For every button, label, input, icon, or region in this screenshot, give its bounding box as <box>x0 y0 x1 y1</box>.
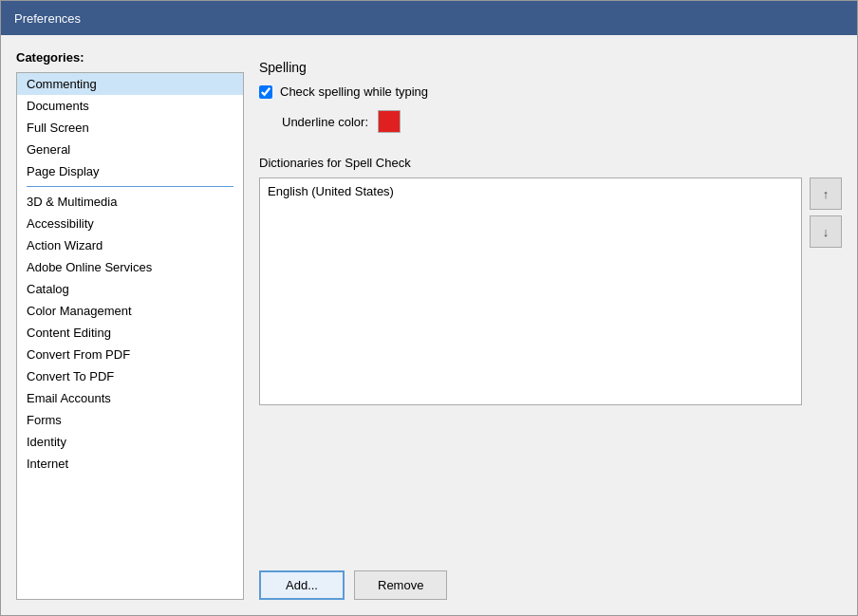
underline-color-label: Underline color: <box>282 115 368 129</box>
sidebar-item-identity[interactable]: Identity <box>17 431 243 453</box>
sidebar-item-content-editing[interactable]: Content Editing <box>17 322 243 344</box>
sidebar-item-catalog[interactable]: Catalog <box>17 278 243 300</box>
dict-item-english-us[interactable]: English (United States) <box>264 182 797 200</box>
sidebar-item-email-accounts[interactable]: Email Accounts <box>17 387 243 409</box>
underline-color-row: Underline color: <box>282 110 842 133</box>
spelling-title: Spelling <box>259 60 842 75</box>
move-down-button[interactable]: ↓ <box>810 215 842 248</box>
dictionaries-title: Dictionaries for Spell Check <box>259 156 842 170</box>
dict-buttons-col: ↑ ↓ <box>810 177 842 561</box>
category-divider <box>27 186 233 187</box>
sidebar-item-3d-multimedia[interactable]: 3D & Multimedia <box>17 191 243 213</box>
check-spelling-row: Check spelling while typing <box>259 84 842 99</box>
check-spelling-checkbox[interactable] <box>259 85 272 99</box>
underline-color-picker[interactable] <box>378 110 401 133</box>
up-arrow-icon: ↑ <box>823 187 830 201</box>
sidebar-item-full-screen[interactable]: Full Screen <box>17 117 243 139</box>
left-panel: Categories: Commenting Documents Full Sc… <box>16 50 244 600</box>
content-area: Categories: Commenting Documents Full Sc… <box>1 35 857 615</box>
titlebar: Preferences <box>1 1 857 35</box>
sidebar-item-accessibility[interactable]: Accessibility <box>17 213 243 234</box>
down-arrow-icon: ↓ <box>823 225 830 239</box>
sidebar-item-forms[interactable]: Forms <box>17 409 243 431</box>
sidebar-item-general[interactable]: General <box>17 139 243 160</box>
sidebar-item-color-management[interactable]: Color Management <box>17 300 243 322</box>
right-panel: Spelling Check spelling while typing Und… <box>259 50 842 600</box>
categories-label: Categories: <box>16 50 244 65</box>
preferences-window: Preferences Categories: Commenting Docum… <box>0 0 858 616</box>
remove-button[interactable]: Remove <box>354 570 447 600</box>
window-title: Preferences <box>14 11 81 26</box>
spelling-section: Spelling Check spelling while typing Und… <box>259 50 842 142</box>
sidebar-item-convert-from-pdf[interactable]: Convert From PDF <box>17 344 243 365</box>
sidebar-item-action-wizard[interactable]: Action Wizard <box>17 234 243 256</box>
sidebar-item-commenting[interactable]: Commenting <box>17 73 243 95</box>
move-up-button[interactable]: ↑ <box>810 177 842 210</box>
check-spelling-label: Check spelling while typing <box>280 84 428 99</box>
add-button[interactable]: Add... <box>259 570 345 600</box>
dictionaries-list[interactable]: English (United States) <box>259 177 802 405</box>
dict-area-row: English (United States) ↑ ↓ <box>259 177 842 561</box>
sidebar-item-internet[interactable]: Internet <box>17 453 243 475</box>
dictionaries-section: Dictionaries for Spell Check English (Un… <box>259 156 842 600</box>
sidebar-item-convert-to-pdf[interactable]: Convert To PDF <box>17 365 243 387</box>
bottom-buttons: Add... Remove <box>259 570 842 600</box>
category-list[interactable]: Commenting Documents Full Screen General… <box>16 72 244 600</box>
sidebar-item-adobe-online[interactable]: Adobe Online Services <box>17 256 243 278</box>
sidebar-item-page-display[interactable]: Page Display <box>17 160 243 182</box>
sidebar-item-documents[interactable]: Documents <box>17 95 243 117</box>
